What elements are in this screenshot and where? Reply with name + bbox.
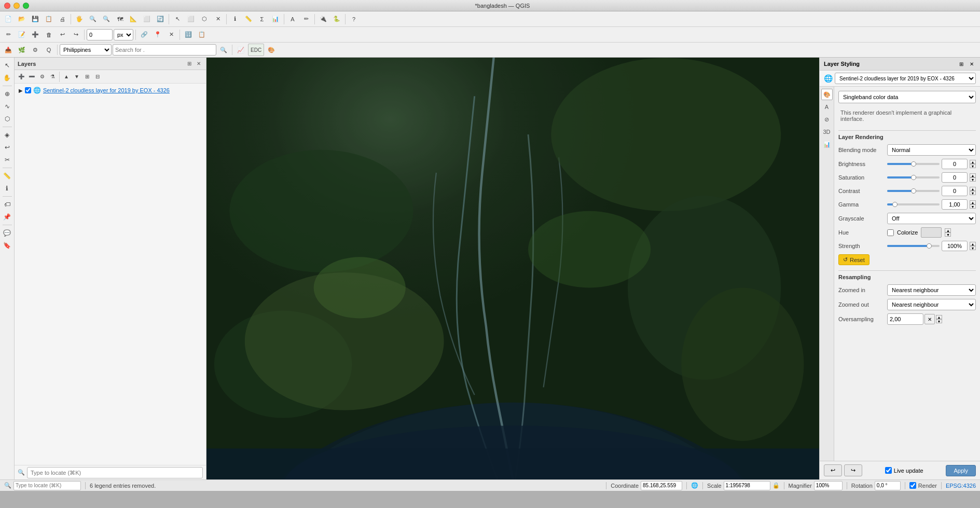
gamma-value-input[interactable]: 1,00 — [942, 199, 968, 210]
saturation-track[interactable] — [887, 176, 940, 179]
zoomed-in-select[interactable]: Nearest neighbour Bilinear Cubic Cubic s… — [887, 284, 976, 296]
select-tool-btn[interactable]: ↖ — [2, 60, 13, 71]
apply-button[interactable]: Apply — [946, 465, 976, 476]
redo-edit-btn[interactable]: ↪ — [70, 29, 82, 41]
colorize-color-swatch[interactable] — [921, 227, 942, 238]
refresh-btn[interactable]: 🔄 — [154, 13, 167, 25]
expand-all-btn[interactable]: ⊞ — [82, 72, 92, 81]
window-controls[interactable] — [4, 3, 29, 9]
reshape-btn[interactable]: ↩ — [2, 142, 13, 153]
saturation-spin-down[interactable]: ▼ — [970, 177, 976, 182]
edit-btn[interactable]: 📝 — [16, 29, 28, 41]
strength-track[interactable] — [887, 245, 940, 247]
location-select[interactable]: Philippines — [60, 44, 112, 56]
snap-advanced-btn[interactable]: 📍 — [151, 29, 164, 41]
contrast-spin-down[interactable]: ▼ — [970, 191, 976, 195]
gamma-track[interactable] — [887, 203, 940, 205]
label-tool-btn[interactable]: 🏷 — [2, 199, 13, 210]
brightness-value-input[interactable]: 0 — [942, 159, 968, 169]
qgis2-btn[interactable]: Q — [43, 44, 55, 56]
layer-item[interactable]: ▶ 🌐 Sentinel-2 cloudless layer for 2019 … — [17, 86, 204, 95]
add-line-btn[interactable]: ∿ — [2, 101, 13, 112]
zoom-selection-btn[interactable]: ⬜ — [141, 13, 153, 25]
statusbar-locate-input[interactable] — [13, 481, 81, 490]
sum-btn[interactable]: Σ — [256, 13, 268, 25]
oversampling-clear-btn[interactable]: ✕ — [924, 314, 935, 324]
layer-styling-expand-btn[interactable]: ⊞ — [957, 60, 965, 68]
identify-tool-btn[interactable]: ℹ — [2, 183, 13, 194]
renderer-select[interactable]: Singleband color data — [838, 91, 976, 103]
search-input[interactable]: Search for . — [113, 44, 216, 56]
node-tool-btn[interactable]: ◈ — [2, 129, 13, 141]
gamma-spin-down[interactable]: ▼ — [970, 204, 976, 209]
rp-nav-diagram-btn[interactable]: 📊 — [821, 139, 833, 150]
attr-table-btn[interactable]: 📋 — [196, 29, 208, 41]
identify-btn[interactable]: ℹ — [229, 13, 241, 25]
colorize-spin-up[interactable]: ▲ — [945, 228, 951, 232]
zoom-full-btn[interactable]: 🗺 — [114, 13, 126, 25]
layers-close-btn[interactable]: ✕ — [195, 60, 203, 68]
add-layer-btn[interactable]: ➕ — [17, 72, 26, 81]
help-btn[interactable]: ? — [348, 13, 360, 25]
pin-btn[interactable]: 📌 — [2, 211, 13, 223]
rp-nav-3d-btn[interactable]: 3D — [821, 126, 833, 138]
oversampling-spin-down[interactable]: ▼ — [936, 319, 942, 323]
undo-edit-btn[interactable]: ↩ — [56, 29, 68, 41]
reset-button[interactable]: ↺ Reset — [838, 254, 869, 265]
layer-btn[interactable]: 📥 — [2, 44, 15, 56]
blending-mode-select[interactable]: Normal Multiply Screen — [887, 144, 976, 156]
map-area[interactable] — [206, 58, 819, 479]
select-rect-btn[interactable]: ⬜ — [185, 13, 197, 25]
gamma-spin-up[interactable]: ▲ — [970, 200, 976, 204]
render-checkbox[interactable] — [909, 482, 916, 489]
add-feature-btn[interactable]: ➕ — [29, 29, 42, 41]
chart-btn[interactable]: 📈 — [234, 44, 247, 56]
contrast-value-input[interactable]: 0 — [942, 186, 968, 196]
select-poly-btn[interactable]: ⬡ — [198, 13, 211, 25]
rp-nav-style-btn[interactable]: 🎨 — [821, 89, 833, 100]
minimize-button[interactable] — [13, 3, 20, 9]
deselect-btn[interactable]: ✕ — [212, 13, 224, 25]
live-update-checkbox[interactable] — [885, 467, 892, 474]
colorize-spin-down[interactable]: ▼ — [945, 232, 951, 237]
pan-tool-btn[interactable]: ✋ — [2, 72, 13, 84]
processing-btn[interactable]: ⚙ — [29, 44, 42, 56]
select-btn[interactable]: ↖ — [171, 13, 184, 25]
saturation-value-input[interactable]: 0 — [942, 172, 968, 183]
colorize-checkbox[interactable] — [887, 229, 894, 236]
contrast-spin-up[interactable]: ▲ — [970, 187, 976, 191]
zoom-unit-select[interactable]: px — [114, 29, 133, 40]
close-button[interactable] — [4, 3, 10, 9]
edc-btn[interactable]: EDC — [248, 44, 264, 56]
coordinate-input[interactable]: 85.168,25.559 — [641, 481, 682, 490]
open-layer-properties-btn[interactable]: ⚙ — [37, 72, 47, 81]
open-project-btn[interactable]: 📂 — [16, 13, 28, 25]
brightness-spin-down[interactable]: ▼ — [970, 164, 976, 168]
add-poly-btn[interactable]: ⬡ — [2, 113, 13, 125]
zoom-out-btn[interactable]: 🔍 — [100, 13, 113, 25]
pan-btn[interactable]: 🖐 — [73, 13, 86, 25]
stats-btn[interactable]: 📊 — [269, 13, 282, 25]
add-point-btn[interactable]: ⊕ — [2, 88, 13, 100]
grayscale-select[interactable]: Off By lightness By luminosity By averag… — [887, 213, 976, 224]
brightness-spin-up[interactable]: ▲ — [970, 160, 976, 164]
brightness-track[interactable] — [887, 163, 940, 165]
save-as-btn[interactable]: 📋 — [43, 13, 55, 25]
search-icon[interactable]: 🔍 — [217, 44, 230, 56]
scale-input[interactable]: 1:1956798 — [724, 481, 770, 490]
strength-spin-up[interactable]: ▲ — [970, 242, 976, 246]
zoom-in-btn[interactable]: 🔍 — [87, 13, 99, 25]
contrast-track[interactable] — [887, 190, 940, 192]
digitize-btn[interactable]: ✏ — [2, 29, 15, 41]
epsg-label[interactable]: EPSG:4326 — [946, 483, 976, 489]
strength-value-input[interactable]: 100% — [942, 241, 968, 251]
snap-intersection-btn[interactable]: ✕ — [165, 29, 177, 41]
saturation-spin-up[interactable]: ▲ — [970, 173, 976, 177]
snapping-btn[interactable]: 🔗 — [138, 29, 150, 41]
zoomed-out-select[interactable]: Nearest neighbour Bilinear Cubic Cubic s… — [887, 299, 976, 310]
collapse-all-btn[interactable]: ⊟ — [93, 72, 102, 81]
oversampling-spin-up[interactable]: ▲ — [936, 315, 942, 319]
rp-nav-label-btn[interactable]: A — [821, 101, 833, 113]
plugins-btn[interactable]: 🔌 — [317, 13, 329, 25]
colorpicker-btn[interactable]: 🎨 — [265, 44, 278, 56]
